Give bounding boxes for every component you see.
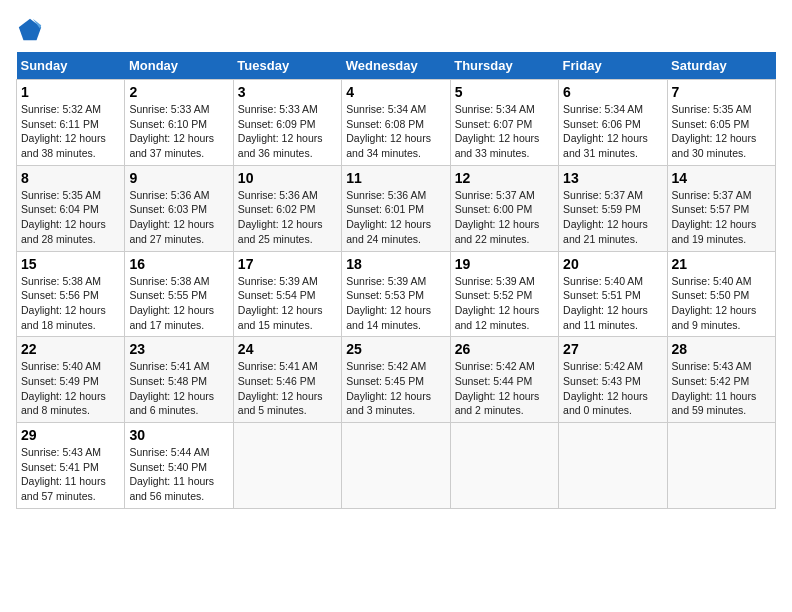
day-number: 14 xyxy=(672,170,771,186)
calendar-cell xyxy=(450,423,558,509)
calendar-cell: 27Sunrise: 5:42 AM Sunset: 5:43 PM Dayli… xyxy=(559,337,667,423)
day-number: 22 xyxy=(21,341,120,357)
calendar-cell: 2Sunrise: 5:33 AM Sunset: 6:10 PM Daylig… xyxy=(125,80,233,166)
day-number: 20 xyxy=(563,256,662,272)
day-number: 29 xyxy=(21,427,120,443)
col-header-thursday: Thursday xyxy=(450,52,558,80)
day-number: 8 xyxy=(21,170,120,186)
day-number: 13 xyxy=(563,170,662,186)
calendar-cell: 26Sunrise: 5:42 AM Sunset: 5:44 PM Dayli… xyxy=(450,337,558,423)
svg-marker-0 xyxy=(19,19,41,40)
calendar-cell: 14Sunrise: 5:37 AM Sunset: 5:57 PM Dayli… xyxy=(667,165,775,251)
calendar-cell xyxy=(667,423,775,509)
calendar-cell: 22Sunrise: 5:40 AM Sunset: 5:49 PM Dayli… xyxy=(17,337,125,423)
day-number: 15 xyxy=(21,256,120,272)
day-info: Sunrise: 5:36 AM Sunset: 6:02 PM Dayligh… xyxy=(238,188,337,247)
calendar-cell xyxy=(233,423,341,509)
week-row-4: 22Sunrise: 5:40 AM Sunset: 5:49 PM Dayli… xyxy=(17,337,776,423)
col-header-tuesday: Tuesday xyxy=(233,52,341,80)
calendar-cell: 1Sunrise: 5:32 AM Sunset: 6:11 PM Daylig… xyxy=(17,80,125,166)
day-info: Sunrise: 5:35 AM Sunset: 6:05 PM Dayligh… xyxy=(672,102,771,161)
day-info: Sunrise: 5:32 AM Sunset: 6:11 PM Dayligh… xyxy=(21,102,120,161)
calendar-cell: 17Sunrise: 5:39 AM Sunset: 5:54 PM Dayli… xyxy=(233,251,341,337)
day-info: Sunrise: 5:35 AM Sunset: 6:04 PM Dayligh… xyxy=(21,188,120,247)
day-info: Sunrise: 5:34 AM Sunset: 6:07 PM Dayligh… xyxy=(455,102,554,161)
calendar-cell: 8Sunrise: 5:35 AM Sunset: 6:04 PM Daylig… xyxy=(17,165,125,251)
day-info: Sunrise: 5:43 AM Sunset: 5:42 PM Dayligh… xyxy=(672,359,771,418)
calendar-cell: 7Sunrise: 5:35 AM Sunset: 6:05 PM Daylig… xyxy=(667,80,775,166)
day-number: 7 xyxy=(672,84,771,100)
week-row-3: 15Sunrise: 5:38 AM Sunset: 5:56 PM Dayli… xyxy=(17,251,776,337)
calendar-cell: 13Sunrise: 5:37 AM Sunset: 5:59 PM Dayli… xyxy=(559,165,667,251)
col-header-sunday: Sunday xyxy=(17,52,125,80)
calendar-cell: 19Sunrise: 5:39 AM Sunset: 5:52 PM Dayli… xyxy=(450,251,558,337)
day-info: Sunrise: 5:38 AM Sunset: 5:56 PM Dayligh… xyxy=(21,274,120,333)
week-row-2: 8Sunrise: 5:35 AM Sunset: 6:04 PM Daylig… xyxy=(17,165,776,251)
calendar-cell: 10Sunrise: 5:36 AM Sunset: 6:02 PM Dayli… xyxy=(233,165,341,251)
day-info: Sunrise: 5:41 AM Sunset: 5:46 PM Dayligh… xyxy=(238,359,337,418)
day-number: 17 xyxy=(238,256,337,272)
calendar-cell xyxy=(559,423,667,509)
day-info: Sunrise: 5:37 AM Sunset: 6:00 PM Dayligh… xyxy=(455,188,554,247)
day-number: 26 xyxy=(455,341,554,357)
calendar-cell: 4Sunrise: 5:34 AM Sunset: 6:08 PM Daylig… xyxy=(342,80,450,166)
calendar-cell: 20Sunrise: 5:40 AM Sunset: 5:51 PM Dayli… xyxy=(559,251,667,337)
day-number: 10 xyxy=(238,170,337,186)
day-number: 4 xyxy=(346,84,445,100)
day-number: 23 xyxy=(129,341,228,357)
col-header-monday: Monday xyxy=(125,52,233,80)
day-info: Sunrise: 5:34 AM Sunset: 6:06 PM Dayligh… xyxy=(563,102,662,161)
day-number: 1 xyxy=(21,84,120,100)
day-info: Sunrise: 5:39 AM Sunset: 5:53 PM Dayligh… xyxy=(346,274,445,333)
week-row-1: 1Sunrise: 5:32 AM Sunset: 6:11 PM Daylig… xyxy=(17,80,776,166)
calendar-cell: 21Sunrise: 5:40 AM Sunset: 5:50 PM Dayli… xyxy=(667,251,775,337)
day-number: 30 xyxy=(129,427,228,443)
day-info: Sunrise: 5:36 AM Sunset: 6:03 PM Dayligh… xyxy=(129,188,228,247)
day-number: 12 xyxy=(455,170,554,186)
day-info: Sunrise: 5:33 AM Sunset: 6:09 PM Dayligh… xyxy=(238,102,337,161)
logo xyxy=(16,16,48,44)
day-info: Sunrise: 5:34 AM Sunset: 6:08 PM Dayligh… xyxy=(346,102,445,161)
day-info: Sunrise: 5:38 AM Sunset: 5:55 PM Dayligh… xyxy=(129,274,228,333)
calendar-cell: 29Sunrise: 5:43 AM Sunset: 5:41 PM Dayli… xyxy=(17,423,125,509)
day-info: Sunrise: 5:40 AM Sunset: 5:50 PM Dayligh… xyxy=(672,274,771,333)
calendar-cell: 28Sunrise: 5:43 AM Sunset: 5:42 PM Dayli… xyxy=(667,337,775,423)
calendar-cell: 30Sunrise: 5:44 AM Sunset: 5:40 PM Dayli… xyxy=(125,423,233,509)
logo-icon xyxy=(16,16,44,44)
day-number: 27 xyxy=(563,341,662,357)
day-number: 21 xyxy=(672,256,771,272)
day-number: 18 xyxy=(346,256,445,272)
day-info: Sunrise: 5:43 AM Sunset: 5:41 PM Dayligh… xyxy=(21,445,120,504)
day-info: Sunrise: 5:39 AM Sunset: 5:54 PM Dayligh… xyxy=(238,274,337,333)
week-row-5: 29Sunrise: 5:43 AM Sunset: 5:41 PM Dayli… xyxy=(17,423,776,509)
day-number: 5 xyxy=(455,84,554,100)
day-info: Sunrise: 5:36 AM Sunset: 6:01 PM Dayligh… xyxy=(346,188,445,247)
calendar-cell: 6Sunrise: 5:34 AM Sunset: 6:06 PM Daylig… xyxy=(559,80,667,166)
day-number: 2 xyxy=(129,84,228,100)
calendar-cell: 23Sunrise: 5:41 AM Sunset: 5:48 PM Dayli… xyxy=(125,337,233,423)
calendar-cell: 3Sunrise: 5:33 AM Sunset: 6:09 PM Daylig… xyxy=(233,80,341,166)
day-info: Sunrise: 5:37 AM Sunset: 5:57 PM Dayligh… xyxy=(672,188,771,247)
calendar-cell: 12Sunrise: 5:37 AM Sunset: 6:00 PM Dayli… xyxy=(450,165,558,251)
day-info: Sunrise: 5:39 AM Sunset: 5:52 PM Dayligh… xyxy=(455,274,554,333)
day-number: 28 xyxy=(672,341,771,357)
calendar-cell: 16Sunrise: 5:38 AM Sunset: 5:55 PM Dayli… xyxy=(125,251,233,337)
calendar-cell: 15Sunrise: 5:38 AM Sunset: 5:56 PM Dayli… xyxy=(17,251,125,337)
day-number: 19 xyxy=(455,256,554,272)
day-info: Sunrise: 5:42 AM Sunset: 5:43 PM Dayligh… xyxy=(563,359,662,418)
calendar-cell: 11Sunrise: 5:36 AM Sunset: 6:01 PM Dayli… xyxy=(342,165,450,251)
day-info: Sunrise: 5:41 AM Sunset: 5:48 PM Dayligh… xyxy=(129,359,228,418)
day-number: 24 xyxy=(238,341,337,357)
day-info: Sunrise: 5:37 AM Sunset: 5:59 PM Dayligh… xyxy=(563,188,662,247)
page-header xyxy=(16,16,776,44)
calendar-cell: 18Sunrise: 5:39 AM Sunset: 5:53 PM Dayli… xyxy=(342,251,450,337)
day-number: 25 xyxy=(346,341,445,357)
day-info: Sunrise: 5:42 AM Sunset: 5:45 PM Dayligh… xyxy=(346,359,445,418)
day-info: Sunrise: 5:33 AM Sunset: 6:10 PM Dayligh… xyxy=(129,102,228,161)
calendar-table: SundayMondayTuesdayWednesdayThursdayFrid… xyxy=(16,52,776,509)
day-info: Sunrise: 5:40 AM Sunset: 5:49 PM Dayligh… xyxy=(21,359,120,418)
day-info: Sunrise: 5:40 AM Sunset: 5:51 PM Dayligh… xyxy=(563,274,662,333)
day-number: 3 xyxy=(238,84,337,100)
day-info: Sunrise: 5:42 AM Sunset: 5:44 PM Dayligh… xyxy=(455,359,554,418)
calendar-cell: 5Sunrise: 5:34 AM Sunset: 6:07 PM Daylig… xyxy=(450,80,558,166)
